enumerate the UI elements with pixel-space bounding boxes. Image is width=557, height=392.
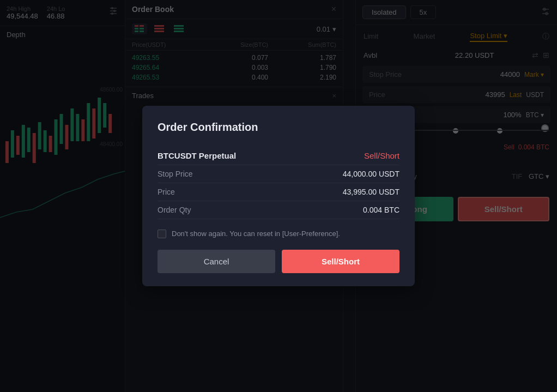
modal-title: Order Confirmation bbox=[158, 121, 399, 134]
modal-pair: BTCUSDT Perpetual bbox=[158, 151, 236, 160]
modal-side: Sell/Short bbox=[364, 151, 399, 160]
modal-price-label: Price bbox=[158, 188, 175, 196]
modal-actions: Cancel Sell/Short bbox=[158, 250, 399, 273]
modal-pair-row: BTCUSDT Perpetual Sell/Short bbox=[158, 147, 399, 165]
modal-overlay: Order Confirmation BTCUSDT Perpetual Sel… bbox=[0, 0, 557, 392]
confirm-sell-button[interactable]: Sell/Short bbox=[282, 250, 399, 273]
modal-stop-price-row: Stop Price 44,000.00 USDT bbox=[158, 165, 399, 183]
modal-price-value: 43,995.00 USDT bbox=[343, 188, 399, 196]
cancel-button[interactable]: Cancel bbox=[158, 250, 275, 273]
dont-show-checkbox[interactable] bbox=[158, 230, 166, 238]
modal-stop-price-label: Stop Price bbox=[158, 170, 193, 178]
modal-qty-label: Order Qty bbox=[158, 206, 191, 214]
modal-qty-row: Order Qty 0.004 BTC bbox=[158, 201, 399, 219]
modal-qty-value: 0.004 BTC bbox=[363, 206, 399, 214]
modal-price-row: Price 43,995.00 USDT bbox=[158, 183, 399, 201]
order-confirmation-modal: Order Confirmation BTCUSDT Perpetual Sel… bbox=[142, 106, 415, 286]
modal-stop-price-value: 44,000.00 USDT bbox=[343, 170, 399, 178]
modal-checkbox-row: Don't show again. You can reset in [User… bbox=[158, 219, 399, 245]
dont-show-label: Don't show again. You can reset in [User… bbox=[172, 229, 340, 239]
